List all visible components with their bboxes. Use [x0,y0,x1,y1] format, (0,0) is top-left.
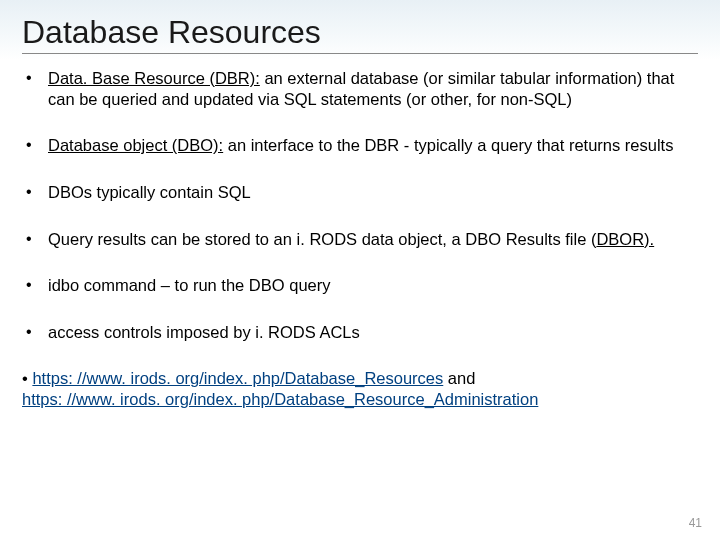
dbor-desc-pre: Query results can be stored to an i. ROD… [48,230,596,248]
links-line: • https: //www. irods. org/index. php/Da… [22,368,698,409]
bullet-sql: DBOs typically contain SQL [22,182,698,203]
links-and: and [443,369,475,387]
page-number: 41 [689,516,702,530]
link-database-resources[interactable]: https: //www. irods. org/index. php/Data… [32,369,443,387]
bullet-dbr: Data. Base Resource (DBR): an external d… [22,68,698,109]
slide-content: Data. Base Resource (DBR): an external d… [0,60,720,410]
dbor-term: DBOR). [596,230,654,248]
dbo-term: Database object (DBO): [48,136,223,154]
dbo-desc: an interface to the DBR - typically a qu… [223,136,673,154]
link-database-resource-admin[interactable]: https: //www. irods. org/index. php/Data… [22,390,538,408]
bullet-list: Data. Base Resource (DBR): an external d… [22,68,698,342]
slide-header: Database Resources [0,0,720,60]
link-bullet: • [22,369,32,387]
dbr-term: Data. Base Resource (DBR): [48,69,260,87]
bullet-idbo: idbo command – to run the DBO query [22,275,698,296]
bullet-dbo: Database object (DBO): an interface to t… [22,135,698,156]
slide-title: Database Resources [22,14,698,54]
bullet-acls: access controls imposed by i. RODS ACLs [22,322,698,343]
bullet-dbor: Query results can be stored to an i. ROD… [22,229,698,250]
